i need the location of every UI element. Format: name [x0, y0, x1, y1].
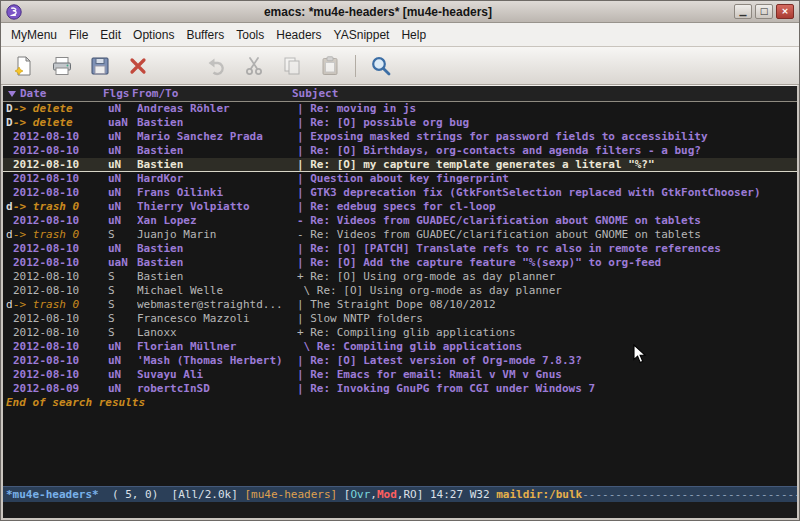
menu-headers[interactable]: Headers [270, 24, 327, 46]
column-header-date-label: Date [20, 87, 47, 100]
message-from: Bastien [137, 256, 297, 270]
message-subject: | Re: [O] Birthdays, org-contacts and ag… [297, 144, 797, 158]
menu-file[interactable]: File [63, 24, 94, 46]
column-header-subject[interactable]: Subject [292, 87, 797, 100]
message-subject: + Re: Compiling glib applications [297, 326, 797, 340]
menu-yasnippet[interactable]: YASnippet [328, 24, 396, 46]
message-subject: + Re: [O] Using org-mode as day planner [297, 270, 797, 284]
message-mark [6, 340, 13, 354]
copy-icon [279, 53, 305, 79]
message-subject: - Re: Videos from GUADEC/clarification a… [297, 228, 797, 242]
message-mark [6, 242, 13, 256]
toolbar-separator [355, 55, 356, 77]
message-flags: S [108, 284, 137, 298]
message-subject: | Re: Emacs for email: Rmail v VM v Gnus [297, 368, 797, 382]
message-flags: uN [108, 200, 137, 214]
window-controls: ▁□× [734, 4, 794, 19]
message-flags: S [108, 298, 137, 312]
message-mark: d [6, 228, 13, 242]
message-row[interactable]: 2012-08-09uNrobertcInSD| Re: Invoking Gn… [3, 382, 797, 396]
minimize-button[interactable]: ▁ [734, 4, 752, 19]
menu-options[interactable]: Options [127, 24, 180, 46]
message-date: 2012-08-10 [13, 354, 108, 368]
message-flags: uN [108, 102, 137, 116]
modeline-segment-plain: ] [417, 488, 430, 501]
message-date: 2012-08-10 [13, 340, 108, 354]
new-file-icon[interactable] [11, 53, 37, 79]
menu-edit[interactable]: Edit [94, 24, 127, 46]
message-from: Bastien [137, 144, 297, 158]
menu-tools[interactable]: Tools [230, 24, 270, 46]
maximize-button[interactable]: □ [755, 4, 773, 19]
close-buffer-icon[interactable] [125, 53, 151, 79]
message-mark: d [6, 200, 13, 214]
close-button[interactable]: × [776, 4, 794, 19]
save-icon[interactable] [87, 53, 113, 79]
message-date: 2012-08-10 [13, 172, 108, 186]
message-from: Suvayu Ali [137, 368, 297, 382]
message-row[interactable]: 2012-08-10uNSuvayu Ali| Re: Emacs for em… [3, 368, 797, 382]
mode-line: *mu4e-headers* ( 5, 0) [All/2.0k] [mu4e-… [3, 486, 797, 502]
modeline-segment-dash: ---------------------------------------- [582, 488, 797, 501]
message-row[interactable]: 2012-08-10SMichael Welle \ Re: [O] Using… [3, 284, 797, 298]
message-mark: D [6, 116, 13, 130]
column-header-flags[interactable]: Flgs [103, 87, 132, 100]
message-flags: uN [108, 368, 137, 382]
message-date: 2012-08-10 [13, 368, 108, 382]
message-row[interactable]: d-> trash 0SJuanjo Marin- Re: Videos fro… [3, 228, 797, 242]
message-subject: | The Straight Dope 08/10/2012 [297, 298, 797, 312]
message-mark [6, 186, 13, 200]
message-flags: uN [108, 158, 137, 171]
message-row[interactable]: 2012-08-10uNHardKor| Question about key … [3, 172, 797, 186]
message-row[interactable]: 2012-08-10uNMario Sanchez Prada| Exposin… [3, 130, 797, 144]
message-subject: - Re: Videos from GUADEC/clarification a… [297, 214, 797, 228]
message-flags: uN [108, 214, 137, 228]
modeline-segment-red: Mod [377, 488, 397, 501]
message-mark [6, 158, 13, 171]
column-header-date[interactable]: Date [6, 87, 103, 100]
message-mark [6, 354, 13, 368]
message-flags: uN [108, 354, 137, 368]
titlebar[interactable]: emacs: *mu4e-headers* [mu4e-headers] ▁□× [1, 1, 799, 23]
message-date: -> trash 0 [13, 298, 108, 312]
message-row[interactable]: 2012-08-10uNBastien| Re: [O] my capture … [3, 158, 797, 172]
buffer-area: Date Flgs From/To Subject D-> deleteuNAn… [3, 86, 797, 486]
message-row[interactable]: D-> deleteuNAndreas Röhler| Re: moving i… [3, 102, 797, 116]
message-flags: uN [108, 340, 137, 354]
echo-area [3, 502, 797, 518]
window-title: emacs: *mu4e-headers* [mu4e-headers] [27, 5, 729, 19]
column-header-from[interactable]: From/To [132, 87, 292, 100]
message-row[interactable]: d-> trash 0uNThierry Volpiatto| Re: edeb… [3, 200, 797, 214]
message-row[interactable]: 2012-08-10uNFrans Oilinki| GTK3 deprecat… [3, 186, 797, 200]
message-row[interactable]: 2012-08-10SFrancesco Mazzoli| Slow NNTP … [3, 312, 797, 326]
message-row[interactable]: d-> trash 0Swebmaster@straightd...| The … [3, 298, 797, 312]
message-from: HardKor [137, 172, 297, 186]
message-row[interactable]: 2012-08-10uNFlorian Müllner \ Re: Compil… [3, 340, 797, 354]
emacs-window: emacs: *mu4e-headers* [mu4e-headers] ▁□×… [0, 0, 800, 521]
menu-buffers[interactable]: Buffers [180, 24, 230, 46]
message-from: Bastien [137, 270, 297, 284]
message-subject: | Re: [O] Add the capture feature "%(sex… [297, 256, 797, 270]
message-mark [6, 256, 13, 270]
message-date: 2012-08-10 [13, 186, 108, 200]
search-icon[interactable] [368, 53, 394, 79]
menu-help[interactable]: Help [395, 24, 432, 46]
message-row[interactable]: 2012-08-10uNBastien| Re: [O] [PATCH] Tra… [3, 242, 797, 256]
modeline-segment-plain: [ [344, 488, 351, 501]
message-row[interactable]: 2012-08-10SBastien+ Re: [O] Using org-mo… [3, 270, 797, 284]
undo-icon [203, 53, 229, 79]
message-mark [6, 270, 13, 284]
printer-icon[interactable] [49, 53, 75, 79]
message-row[interactable]: D-> deleteuaNBastien| Re: [O] possible o… [3, 116, 797, 130]
message-row[interactable]: 2012-08-10SLanoxx+ Re: Compiling glib ap… [3, 326, 797, 340]
message-row[interactable]: 2012-08-10uNBastien| Re: [O] Birthdays, … [3, 144, 797, 158]
message-row[interactable]: 2012-08-10uNXan Lopez- Re: Videos from G… [3, 214, 797, 228]
menu-mymenu[interactable]: MyMenu [5, 24, 63, 46]
end-of-results: End of search results [3, 396, 797, 410]
message-row[interactable]: 2012-08-10uN'Mash (Thomas Herbert)| Re: … [3, 354, 797, 368]
message-flags: S [108, 228, 137, 242]
modeline-segment-cyan: Ovr [350, 488, 370, 501]
message-row[interactable]: 2012-08-10uaNBastien| Re: [O] Add the ca… [3, 256, 797, 270]
message-flags: uaN [108, 116, 137, 130]
message-date: 2012-08-10 [13, 144, 108, 158]
